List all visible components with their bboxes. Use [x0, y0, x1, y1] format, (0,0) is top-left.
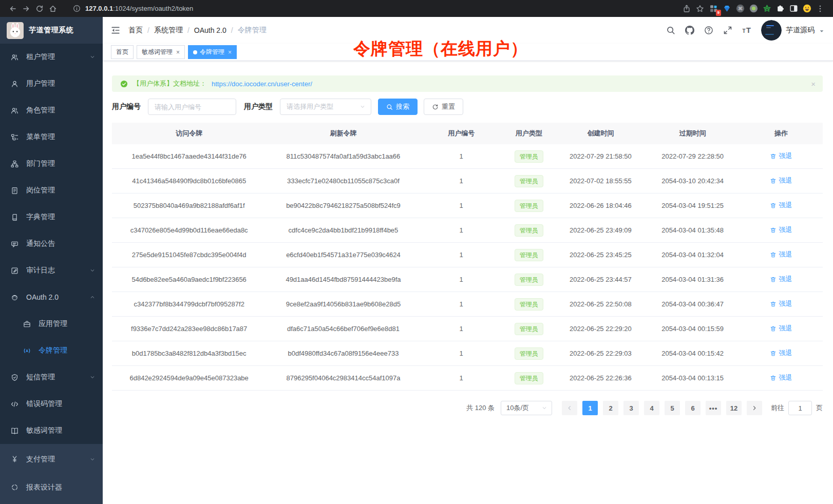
- extension-gem-icon[interactable]: [720, 2, 733, 15]
- user-type-select[interactable]: 请选择用户类型: [280, 99, 371, 115]
- force-logout-button[interactable]: 强退: [770, 299, 792, 308]
- page-button-3[interactable]: 3: [623, 401, 639, 415]
- tab-sensitive-words[interactable]: 敏感词管理 ×: [137, 45, 185, 59]
- user-id-input[interactable]: [148, 99, 236, 115]
- table-row: 41c41346a548490f9dc8b01c6bfe0865 333ecfc…: [112, 169, 823, 193]
- force-logout-button[interactable]: 强退: [770, 225, 792, 235]
- sidebar-toggle-icon[interactable]: [787, 2, 800, 15]
- force-logout-button[interactable]: 强退: [770, 176, 792, 185]
- back-icon[interactable]: [6, 2, 20, 15]
- sidebar-item-payment-management[interactable]: 支付管理: [0, 445, 103, 473]
- share-icon[interactable]: [680, 2, 693, 15]
- sidebar-item-tenant-management[interactable]: 租户管理: [0, 44, 103, 70]
- app-logo[interactable]: 芋道管理系统: [0, 17, 103, 44]
- briefcase-icon: [23, 320, 31, 328]
- force-logout-button[interactable]: 强退: [770, 324, 792, 333]
- home-icon[interactable]: [46, 2, 60, 15]
- cell-refresh-token: dfa6c71a50a54c66bef706ef9e6e8d81: [266, 325, 420, 333]
- sidebar-fold-icon[interactable]: [111, 26, 120, 35]
- sidebar-item-notice-management[interactable]: 通知公告: [0, 230, 103, 257]
- search-button[interactable]: 搜索: [378, 99, 418, 115]
- page-button-2[interactable]: 2: [603, 401, 618, 415]
- sidebar-item-sms-management[interactable]: 短信管理: [0, 364, 103, 391]
- table-row: 502375b8040a469a9b82188afdf6af1f be90422…: [112, 193, 823, 218]
- force-logout-button[interactable]: 强退: [770, 348, 792, 358]
- sidebar-item-oauth2[interactable]: OAuth 2.0: [0, 284, 103, 311]
- navbar-tools: TT 芋道源码: [666, 20, 825, 41]
- tab-token-management[interactable]: 令牌管理 ×: [188, 45, 237, 59]
- sidebar-item-label: OAuth 2.0: [26, 293, 59, 301]
- force-logout-button[interactable]: 强退: [770, 201, 792, 210]
- force-logout-button[interactable]: 强退: [770, 151, 792, 161]
- pager-more[interactable]: •••: [706, 401, 721, 415]
- font-size-icon[interactable]: TT: [742, 26, 751, 35]
- page-size-select[interactable]: 10条/页: [501, 401, 552, 415]
- column-header: 用户编号: [421, 129, 502, 138]
- svg-text:⌘: ⌘: [737, 6, 743, 11]
- tab-close-icon[interactable]: ×: [176, 49, 180, 56]
- site-info-icon[interactable]: [73, 5, 81, 12]
- sidebar-item-role-management[interactable]: 角色管理: [0, 97, 103, 124]
- alert-close-icon[interactable]: ×: [811, 80, 816, 88]
- force-logout-button[interactable]: 强退: [770, 373, 792, 382]
- goto-page-input[interactable]: [788, 401, 812, 415]
- breadcrumb-item[interactable]: 系统管理: [154, 26, 183, 35]
- breadcrumb-item[interactable]: 首页: [128, 26, 143, 35]
- search-icon[interactable]: [666, 26, 675, 35]
- extension-puzzle-icon[interactable]: [773, 2, 787, 15]
- extension-star-icon[interactable]: [760, 2, 773, 15]
- user-type-tag: 管理员: [515, 372, 543, 384]
- page-button-1[interactable]: 1: [582, 401, 598, 415]
- browser-menu-icon[interactable]: [813, 2, 827, 15]
- cell-action: 强退: [740, 201, 823, 210]
- profile-emoji-icon[interactable]: [800, 2, 813, 15]
- cell-access-token: 41c41346a548490f9dc8b01c6bfe0865: [112, 177, 266, 185]
- extension-record-icon[interactable]: [747, 2, 760, 15]
- address-bar[interactable]: 127.0.0.1:1024/system/oauth2/token: [67, 2, 673, 15]
- reload-icon[interactable]: [33, 2, 46, 15]
- extension-grid-icon[interactable]: 9: [707, 2, 720, 15]
- tree-list-icon: [11, 133, 18, 141]
- user-menu[interactable]: 芋道源码: [761, 20, 825, 41]
- next-page-button[interactable]: [747, 401, 762, 415]
- bookmark-star-icon[interactable]: [693, 2, 707, 15]
- user-type-tag: 管理员: [515, 150, 543, 163]
- sidebar-item-label: 租户管理: [26, 52, 55, 62]
- page-button-6[interactable]: 6: [685, 401, 701, 415]
- sidebar-item-oauth2-token[interactable]: A 令牌管理: [0, 337, 103, 364]
- page-button-5[interactable]: 5: [665, 401, 680, 415]
- sidebar-item-user-management[interactable]: 用户管理: [0, 70, 103, 97]
- page-button-12[interactable]: 12: [726, 401, 742, 415]
- column-header: 过期时间: [646, 129, 740, 138]
- tab-home[interactable]: 首页 ×: [111, 45, 134, 59]
- doc-link[interactable]: https://doc.iocoder.cn/user-center/: [212, 80, 312, 88]
- forward-icon[interactable]: [20, 2, 33, 15]
- sidebar-item-menu-management[interactable]: 菜单管理: [0, 124, 103, 150]
- cell-create-time: 2022-07-29 21:58:50: [556, 152, 646, 160]
- reset-button[interactable]: 重置: [424, 99, 463, 115]
- cell-action: 强退: [740, 275, 823, 284]
- force-logout-button[interactable]: 强退: [770, 250, 792, 259]
- prev-page-button[interactable]: [562, 401, 577, 415]
- breadcrumb-item[interactable]: OAuth 2.0: [194, 26, 226, 34]
- force-logout-button[interactable]: 强退: [770, 275, 792, 284]
- extension-command-icon[interactable]: ⌘: [733, 2, 747, 15]
- sidebar-item-post-management[interactable]: 岗位管理: [0, 177, 103, 204]
- help-icon[interactable]: [704, 26, 713, 35]
- sidebar-item-dept-management[interactable]: 部门管理: [0, 150, 103, 177]
- fullscreen-icon[interactable]: [723, 26, 732, 35]
- sidebar-item-error-code-management[interactable]: 错误码管理: [0, 391, 103, 417]
- cell-create-time: 2022-06-25 22:29:03: [556, 350, 646, 357]
- cell-user-id: 1: [421, 374, 502, 382]
- sidebar-item-oauth2-application[interactable]: 应用管理: [0, 311, 103, 337]
- cell-expire-time: 2054-03-04 00:15:59: [646, 325, 740, 333]
- sidebar-item-audit-log[interactable]: 审计日志: [0, 257, 103, 284]
- chevron-down-icon: [89, 456, 96, 462]
- sidebar-item-dict-management[interactable]: 字典管理: [0, 204, 103, 230]
- sidebar-item-sensitive-word-management[interactable]: 敏感词管理: [0, 417, 103, 444]
- tab-close-icon[interactable]: ×: [228, 49, 232, 56]
- sidebar-item-report-designer[interactable]: 报表设计器: [0, 473, 103, 501]
- github-icon[interactable]: [685, 26, 694, 35]
- page-button-4[interactable]: 4: [644, 401, 659, 415]
- loader-icon: [11, 483, 18, 491]
